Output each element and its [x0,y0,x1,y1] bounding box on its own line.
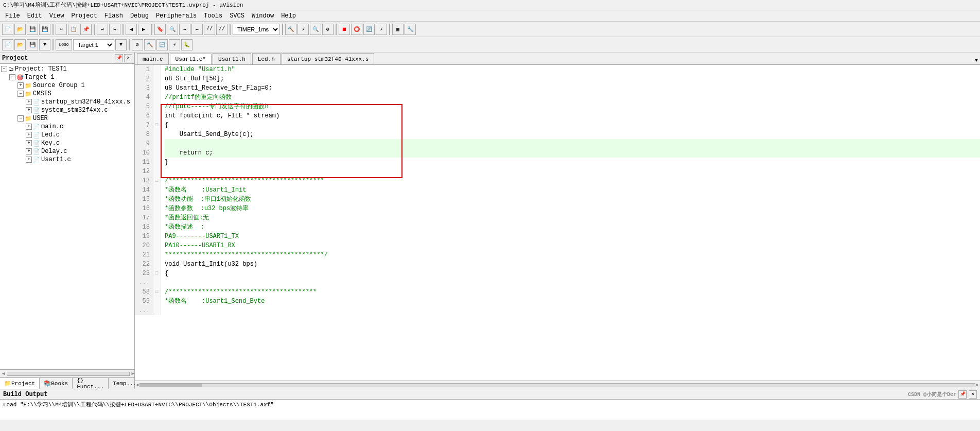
reset-button[interactable]: 🔄 [363,24,375,35]
tree-delayc[interactable]: + 📄 Delay.c [1,147,133,156]
tree-toggle-user[interactable]: − [18,115,24,122]
menu-file[interactable]: File [2,11,23,21]
copy-button[interactable]: 📋 [68,24,79,35]
tree-label-delayc: Delay.c [41,148,67,155]
tree-cmsis[interactable]: − 📁 CMSIS [1,90,133,98]
hscroll-left[interactable]: ◀ [135,382,139,388]
tab-usart1-c[interactable]: Usart1.c* [170,54,212,65]
find-button[interactable]: 🔍 [167,24,178,35]
tree-mainc[interactable]: + 📄 main.c [1,123,133,131]
tools2-button[interactable]: 🔧 [405,24,416,35]
tab-main-c[interactable]: main.c [137,53,169,64]
tree-toggle-keyc[interactable]: + [26,140,32,146]
build-content: Load "E:\\学习\\M4培训\\工程代码\\按键+LED+USART+N… [0,400,980,420]
tree-user[interactable]: − 📁 USER [1,114,133,123]
tree-toggle-ledc[interactable]: + [26,132,32,138]
menu-peripherals[interactable]: Peripherals [153,11,200,21]
build-output-close[interactable]: × [969,390,977,399]
cut-button[interactable]: ✂️ [56,24,67,35]
panel-close-button[interactable]: × [124,54,132,62]
tree-startup[interactable]: + 📄 startup_stm32f40_41xxx.s [1,98,133,106]
tree-usart1c[interactable]: + 📄 Usart1.c [1,156,133,164]
open2-button[interactable]: 📂 [14,39,26,50]
new-file-button[interactable]: 📄 [2,24,13,35]
tree-ledc[interactable]: + 📄 Led.c [1,131,133,139]
tree-toggle-usart1c[interactable]: + [26,157,32,163]
tab-led-h[interactable]: Led.h [252,53,281,64]
indent-button[interactable]: ⇥ [179,24,190,35]
target-select[interactable]: Target 1 [73,39,114,50]
panel-tab-books[interactable]: 📚 Books [40,378,73,389]
logo-button[interactable]: LOGO [56,39,72,50]
search2-button[interactable]: 🔍 [310,24,321,35]
tab-scroll-button[interactable]: ▼ [973,57,980,64]
menu-flash[interactable]: Flash [101,11,126,21]
debug2-button[interactable]: 🐛 [181,39,192,50]
uncomment-button[interactable]: // [216,24,227,35]
tree-toggle-delayc[interactable]: + [26,148,32,154]
tree-toggle-startup[interactable]: + [26,99,32,105]
view-button[interactable]: ▦ [392,24,404,35]
more2-button[interactable]: ▼ [39,39,50,50]
code-content[interactable]: #include "Usart1.h" u8 Str_Buff[50]; u8 … [161,65,980,315]
target-select-btn[interactable]: ▼ [115,39,127,50]
menu-help[interactable]: Help [278,11,299,21]
tree-sourcegroup1[interactable]: + 📁 Source Group 1 [1,81,133,90]
open-file-button[interactable]: 📂 [14,24,26,35]
tree-toggle-target1[interactable]: − [9,74,15,80]
panel-scroll-track[interactable] [7,372,129,376]
tree-project[interactable]: − 🗂 Project: TEST1 [1,65,133,73]
tree-system[interactable]: + 📄 system_stm32f4xx.c [1,106,133,114]
run-button[interactable]: ⭕ [351,24,362,35]
build-button[interactable]: 🔨 [285,24,296,35]
panel-tab-funct[interactable]: {} Funct... [73,378,109,389]
comment-button[interactable]: // [204,24,215,35]
unindent-button[interactable]: ⇤ [191,24,203,35]
tree-target1[interactable]: − 🎯 Target 1 [1,73,133,81]
menu-tools[interactable]: Tools [201,11,225,21]
paste-button[interactable]: 📌 [80,24,92,35]
tree-toggle-mainc[interactable]: + [26,124,32,130]
panel-pin-button[interactable]: 📌 [115,54,123,62]
save-all-button[interactable]: 💾 [39,24,50,35]
menu-view[interactable]: View [46,11,67,21]
stop-button[interactable]: ⏹ [339,24,350,35]
save2-button[interactable]: 💾 [27,39,38,50]
undo-button[interactable]: ↩ [97,24,108,35]
tree-toggle-sourcegroup1[interactable]: + [18,82,24,89]
menu-edit[interactable]: Edit [24,11,45,21]
build2-button[interactable]: 🔨 [144,39,155,50]
rebuild-button[interactable]: 🔄 [156,39,168,50]
panel-tab-project[interactable]: 📁 Project [0,378,40,389]
menu-svcs[interactable]: SVCS [226,11,248,21]
menu-window[interactable]: Window [249,11,277,21]
hscroll-track[interactable] [139,383,975,387]
tree-keyc[interactable]: + 📄 Key.c [1,139,133,147]
back-button[interactable]: ◀ [126,24,137,35]
panel-hscroll[interactable]: ◀ ▶ [0,369,134,377]
forward-button[interactable]: ▶ [138,24,149,35]
hscroll-right[interactable]: ▶ [975,382,980,388]
tree-toggle-cmsis[interactable]: − [18,91,24,97]
settings-button[interactable]: ⚙ [322,24,334,35]
load-button[interactable]: ⚡ [297,24,309,35]
code-editor[interactable]: 1 2 3 4 5 6 7 8 9 10 11 12 13 14 15 16 1 [135,65,980,381]
compile-button[interactable]: ⚙ [132,39,143,50]
build-output-pin[interactable]: 📌 [958,390,967,399]
save-button[interactable]: 💾 [27,24,38,35]
menu-project[interactable]: Project [68,11,100,21]
panel-bottom-tabs: 📁 Project 📚 Books {} Funct... Temp... [0,377,134,389]
hscroll-thumb[interactable] [140,384,202,387]
batch-button[interactable]: ⚡ [169,39,180,50]
tree-toggle-system[interactable]: + [26,107,32,113]
tree-toggle-project[interactable]: − [1,66,7,72]
menu-debug[interactable]: Debug [127,11,152,21]
redo-button[interactable]: ↪ [109,24,120,35]
more1-button[interactable]: ⚡ [376,24,387,35]
editor-hscroll[interactable]: ◀ ▶ [135,381,980,389]
timer-select[interactable]: TIMER_1ms [233,24,280,35]
tab-startup-s[interactable]: startup_stm32f40_41xxx.s [282,53,374,64]
tab-usart1-h[interactable]: Usart1.h [213,53,251,64]
new2-button[interactable]: 📄 [2,39,13,50]
bookmark-button[interactable]: 🔖 [154,24,166,35]
